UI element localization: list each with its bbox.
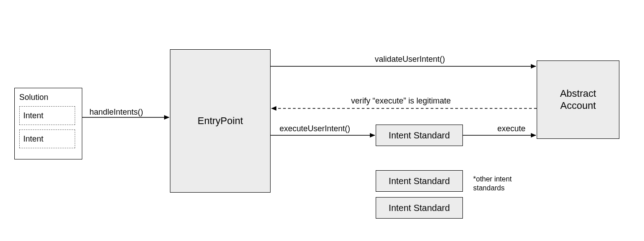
intent-standard-box-1: Intent Standard xyxy=(376,125,463,146)
abstract-account-line1: Abstract xyxy=(560,88,596,99)
handle-intents-label: handleIntents() xyxy=(89,108,143,117)
intent-box-1: Intent xyxy=(19,106,75,125)
intent-box-2: Intent xyxy=(19,129,75,148)
intent-standard-3-label: Intent Standard xyxy=(389,203,450,213)
solution-title: Solution xyxy=(19,93,48,102)
note-line1: *other intent xyxy=(473,175,512,183)
entrypoint-label: EntryPoint xyxy=(198,115,243,127)
execute-label: execute xyxy=(497,124,525,133)
validate-user-intent-label: validateUserIntent() xyxy=(375,55,445,64)
abstract-account-line2: Account xyxy=(560,100,596,112)
intent1-label: Intent xyxy=(23,111,43,120)
intent2-label: Intent xyxy=(23,134,43,144)
diagram-canvas: { "solution": { "title": "Solution", "in… xyxy=(0,0,644,241)
intent-standard-2-label: Intent Standard xyxy=(389,176,450,186)
intent-standard-1-label: Intent Standard xyxy=(389,130,450,141)
verify-execute-label: verify “execute” is legitimate xyxy=(351,96,451,106)
intent-standard-box-3: Intent Standard xyxy=(376,197,463,219)
intent-standard-box-2: Intent Standard xyxy=(376,170,463,192)
note-line2: standards xyxy=(473,184,504,192)
abstract-account-box: Abstract Account xyxy=(537,60,619,139)
note-text: *other intent standards xyxy=(473,175,536,193)
solution-box: Solution Intent Intent xyxy=(14,88,82,159)
entrypoint-box: EntryPoint xyxy=(170,49,271,193)
execute-user-intent-label: executeUserIntent() xyxy=(280,124,350,133)
